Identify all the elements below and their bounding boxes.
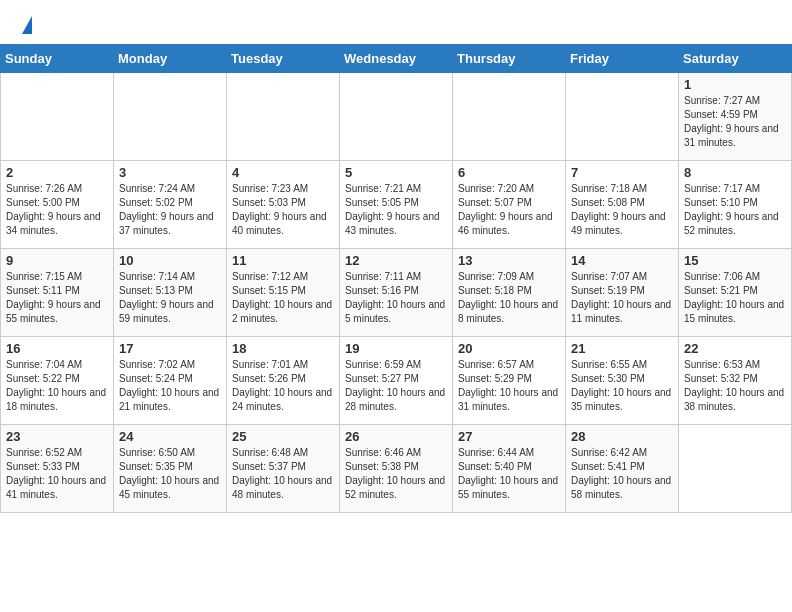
day-info: Sunrise: 6:44 AM Sunset: 5:40 PM Dayligh… <box>458 446 560 502</box>
day-number: 10 <box>119 253 221 268</box>
week-row-2: 2Sunrise: 7:26 AM Sunset: 5:00 PM Daylig… <box>1 161 792 249</box>
day-number: 2 <box>6 165 108 180</box>
calendar-cell: 9Sunrise: 7:15 AM Sunset: 5:11 PM Daylig… <box>1 249 114 337</box>
calendar-cell <box>227 73 340 161</box>
calendar-cell: 11Sunrise: 7:12 AM Sunset: 5:15 PM Dayli… <box>227 249 340 337</box>
day-number: 19 <box>345 341 447 356</box>
calendar-cell: 16Sunrise: 7:04 AM Sunset: 5:22 PM Dayli… <box>1 337 114 425</box>
day-info: Sunrise: 6:48 AM Sunset: 5:37 PM Dayligh… <box>232 446 334 502</box>
day-number: 22 <box>684 341 786 356</box>
day-number: 13 <box>458 253 560 268</box>
day-header-thursday: Thursday <box>453 45 566 73</box>
day-info: Sunrise: 7:11 AM Sunset: 5:16 PM Dayligh… <box>345 270 447 326</box>
day-info: Sunrise: 7:26 AM Sunset: 5:00 PM Dayligh… <box>6 182 108 238</box>
day-number: 23 <box>6 429 108 444</box>
week-row-3: 9Sunrise: 7:15 AM Sunset: 5:11 PM Daylig… <box>1 249 792 337</box>
calendar-cell <box>340 73 453 161</box>
calendar-cell: 7Sunrise: 7:18 AM Sunset: 5:08 PM Daylig… <box>566 161 679 249</box>
day-number: 7 <box>571 165 673 180</box>
day-number: 15 <box>684 253 786 268</box>
calendar-cell: 6Sunrise: 7:20 AM Sunset: 5:07 PM Daylig… <box>453 161 566 249</box>
calendar-cell: 14Sunrise: 7:07 AM Sunset: 5:19 PM Dayli… <box>566 249 679 337</box>
day-number: 6 <box>458 165 560 180</box>
day-header-row: SundayMondayTuesdayWednesdayThursdayFrid… <box>1 45 792 73</box>
day-number: 17 <box>119 341 221 356</box>
calendar-cell: 18Sunrise: 7:01 AM Sunset: 5:26 PM Dayli… <box>227 337 340 425</box>
day-header-wednesday: Wednesday <box>340 45 453 73</box>
calendar-cell <box>679 425 792 513</box>
day-number: 26 <box>345 429 447 444</box>
calendar-cell: 17Sunrise: 7:02 AM Sunset: 5:24 PM Dayli… <box>114 337 227 425</box>
calendar-cell: 2Sunrise: 7:26 AM Sunset: 5:00 PM Daylig… <box>1 161 114 249</box>
day-number: 9 <box>6 253 108 268</box>
day-info: Sunrise: 6:57 AM Sunset: 5:29 PM Dayligh… <box>458 358 560 414</box>
day-header-monday: Monday <box>114 45 227 73</box>
calendar-cell: 15Sunrise: 7:06 AM Sunset: 5:21 PM Dayli… <box>679 249 792 337</box>
calendar-cell <box>1 73 114 161</box>
calendar-cell: 5Sunrise: 7:21 AM Sunset: 5:05 PM Daylig… <box>340 161 453 249</box>
day-number: 3 <box>119 165 221 180</box>
calendar-cell: 21Sunrise: 6:55 AM Sunset: 5:30 PM Dayli… <box>566 337 679 425</box>
calendar-cell: 23Sunrise: 6:52 AM Sunset: 5:33 PM Dayli… <box>1 425 114 513</box>
calendar-cell: 27Sunrise: 6:44 AM Sunset: 5:40 PM Dayli… <box>453 425 566 513</box>
calendar-cell: 10Sunrise: 7:14 AM Sunset: 5:13 PM Dayli… <box>114 249 227 337</box>
calendar-cell: 26Sunrise: 6:46 AM Sunset: 5:38 PM Dayli… <box>340 425 453 513</box>
logo-icon <box>20 18 32 34</box>
day-number: 5 <box>345 165 447 180</box>
logo-triangle-icon <box>22 16 32 34</box>
day-info: Sunrise: 7:12 AM Sunset: 5:15 PM Dayligh… <box>232 270 334 326</box>
calendar-cell: 22Sunrise: 6:53 AM Sunset: 5:32 PM Dayli… <box>679 337 792 425</box>
day-info: Sunrise: 7:21 AM Sunset: 5:05 PM Dayligh… <box>345 182 447 238</box>
day-number: 24 <box>119 429 221 444</box>
day-header-friday: Friday <box>566 45 679 73</box>
day-number: 18 <box>232 341 334 356</box>
day-info: Sunrise: 7:17 AM Sunset: 5:10 PM Dayligh… <box>684 182 786 238</box>
logo <box>20 18 36 34</box>
week-row-4: 16Sunrise: 7:04 AM Sunset: 5:22 PM Dayli… <box>1 337 792 425</box>
day-info: Sunrise: 7:14 AM Sunset: 5:13 PM Dayligh… <box>119 270 221 326</box>
day-info: Sunrise: 6:42 AM Sunset: 5:41 PM Dayligh… <box>571 446 673 502</box>
calendar-cell: 19Sunrise: 6:59 AM Sunset: 5:27 PM Dayli… <box>340 337 453 425</box>
day-number: 14 <box>571 253 673 268</box>
calendar-cell: 12Sunrise: 7:11 AM Sunset: 5:16 PM Dayli… <box>340 249 453 337</box>
calendar-cell <box>453 73 566 161</box>
calendar-cell: 28Sunrise: 6:42 AM Sunset: 5:41 PM Dayli… <box>566 425 679 513</box>
day-number: 1 <box>684 77 786 92</box>
day-info: Sunrise: 7:20 AM Sunset: 5:07 PM Dayligh… <box>458 182 560 238</box>
calendar-cell: 20Sunrise: 6:57 AM Sunset: 5:29 PM Dayli… <box>453 337 566 425</box>
calendar-cell: 24Sunrise: 6:50 AM Sunset: 5:35 PM Dayli… <box>114 425 227 513</box>
day-info: Sunrise: 7:04 AM Sunset: 5:22 PM Dayligh… <box>6 358 108 414</box>
day-info: Sunrise: 7:07 AM Sunset: 5:19 PM Dayligh… <box>571 270 673 326</box>
calendar-cell: 25Sunrise: 6:48 AM Sunset: 5:37 PM Dayli… <box>227 425 340 513</box>
calendar-cell: 1Sunrise: 7:27 AM Sunset: 4:59 PM Daylig… <box>679 73 792 161</box>
day-number: 27 <box>458 429 560 444</box>
day-info: Sunrise: 6:59 AM Sunset: 5:27 PM Dayligh… <box>345 358 447 414</box>
day-number: 20 <box>458 341 560 356</box>
week-row-1: 1Sunrise: 7:27 AM Sunset: 4:59 PM Daylig… <box>1 73 792 161</box>
day-number: 12 <box>345 253 447 268</box>
day-number: 4 <box>232 165 334 180</box>
day-info: Sunrise: 7:01 AM Sunset: 5:26 PM Dayligh… <box>232 358 334 414</box>
day-number: 11 <box>232 253 334 268</box>
week-row-5: 23Sunrise: 6:52 AM Sunset: 5:33 PM Dayli… <box>1 425 792 513</box>
day-info: Sunrise: 6:52 AM Sunset: 5:33 PM Dayligh… <box>6 446 108 502</box>
calendar-cell: 8Sunrise: 7:17 AM Sunset: 5:10 PM Daylig… <box>679 161 792 249</box>
day-number: 16 <box>6 341 108 356</box>
day-info: Sunrise: 7:23 AM Sunset: 5:03 PM Dayligh… <box>232 182 334 238</box>
day-number: 8 <box>684 165 786 180</box>
calendar-cell: 13Sunrise: 7:09 AM Sunset: 5:18 PM Dayli… <box>453 249 566 337</box>
day-info: Sunrise: 7:24 AM Sunset: 5:02 PM Dayligh… <box>119 182 221 238</box>
day-info: Sunrise: 7:02 AM Sunset: 5:24 PM Dayligh… <box>119 358 221 414</box>
calendar-cell <box>114 73 227 161</box>
calendar-body: 1Sunrise: 7:27 AM Sunset: 4:59 PM Daylig… <box>1 73 792 513</box>
header <box>0 0 792 44</box>
day-info: Sunrise: 7:27 AM Sunset: 4:59 PM Dayligh… <box>684 94 786 150</box>
day-info: Sunrise: 6:50 AM Sunset: 5:35 PM Dayligh… <box>119 446 221 502</box>
day-info: Sunrise: 7:06 AM Sunset: 5:21 PM Dayligh… <box>684 270 786 326</box>
day-info: Sunrise: 6:46 AM Sunset: 5:38 PM Dayligh… <box>345 446 447 502</box>
calendar-cell: 3Sunrise: 7:24 AM Sunset: 5:02 PM Daylig… <box>114 161 227 249</box>
day-number: 28 <box>571 429 673 444</box>
day-number: 21 <box>571 341 673 356</box>
day-info: Sunrise: 7:18 AM Sunset: 5:08 PM Dayligh… <box>571 182 673 238</box>
day-header-saturday: Saturday <box>679 45 792 73</box>
